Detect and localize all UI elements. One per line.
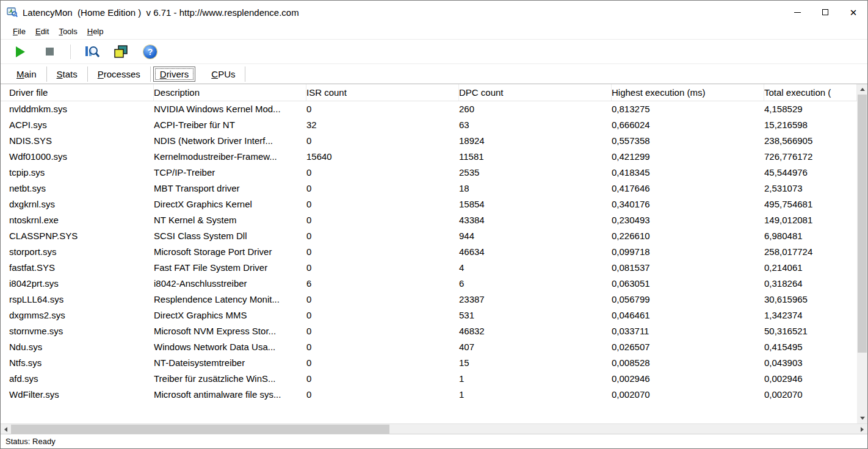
stop-icon [46, 48, 54, 56]
cell-description: NT-Dateisystemtreiber [154, 355, 306, 371]
maximize-button[interactable] [811, 1, 839, 24]
help-button[interactable]: ? [142, 43, 159, 60]
cell-dpc-count: 15 [459, 355, 612, 371]
cell-driver-file: Ndu.sys [1, 339, 154, 355]
cell-isr-count: 6 [306, 276, 459, 292]
table-row[interactable]: WdFilter.sysMicrosoft antimalware file s… [1, 387, 857, 403]
cell-description: Resplendence Latency Monit... [154, 292, 306, 307]
cell-description: Windows Network Data Usa... [154, 339, 306, 355]
close-icon: ✕ [850, 8, 858, 17]
menu-item-file[interactable]: File [8, 25, 31, 38]
table-row[interactable]: ntoskrnl.exeNT Kernel & System0433840,23… [1, 212, 857, 228]
scroll-down-button[interactable] [857, 413, 867, 423]
arrow-right-icon [861, 427, 864, 432]
cell-total-execution: 6,980481 [764, 228, 857, 244]
windows-button[interactable] [112, 43, 129, 60]
table-row[interactable]: tcpip.sysTCP/IP-Treiber025350,41834545,5… [1, 165, 857, 181]
cell-highest-execution: 0,557358 [612, 133, 764, 149]
table-row[interactable]: Ntfs.sysNT-Dateisystemtreiber0150,008528… [1, 355, 857, 371]
cell-highest-execution: 0,026507 [612, 339, 764, 355]
cell-dpc-count: 15854 [459, 196, 612, 212]
cell-isr-count: 32 [306, 117, 459, 133]
cell-description: i8042-Anschlusstreiber [154, 276, 306, 292]
close-button[interactable]: ✕ [839, 1, 867, 24]
cell-highest-execution: 0,421299 [612, 149, 764, 165]
column-header-driver-file[interactable]: Driver file [1, 84, 154, 101]
toolbar: ? [1, 40, 867, 64]
cell-description: Microsoft antimalware file sys... [154, 387, 306, 403]
cell-description: NT Kernel & System [154, 212, 306, 228]
start-monitor-button[interactable] [12, 43, 29, 60]
scroll-up-button[interactable] [857, 84, 867, 95]
table-row[interactable]: Wdf01000.sysKernelmodustreiber-Framew...… [1, 149, 857, 165]
cell-isr-count: 0 [306, 260, 459, 276]
cell-total-execution: 0,415495 [764, 339, 857, 355]
cell-dpc-count: 18 [459, 181, 612, 196]
tab-stats[interactable]: Stats [47, 66, 88, 82]
cell-dpc-count: 407 [459, 339, 612, 355]
cell-highest-execution: 0,056799 [612, 292, 764, 307]
table-row[interactable]: NDIS.SYSNDIS (Network Driver Interf...01… [1, 133, 857, 149]
table-row[interactable]: netbt.sysMBT Transport driver0180,417646… [1, 181, 857, 196]
cell-dpc-count: 4 [459, 260, 612, 276]
cell-total-execution: 0,002946 [764, 371, 857, 387]
table-row[interactable]: rspLLL64.sysResplendence Latency Monit..… [1, 292, 857, 307]
column-header-isr-count[interactable]: ISR count [306, 84, 459, 101]
cell-dpc-count: 2535 [459, 165, 612, 181]
table-row[interactable]: dxgkrnl.sysDirectX Graphics Kernel015854… [1, 196, 857, 212]
stop-monitor-button[interactable] [41, 43, 58, 60]
cell-description: TCP/IP-Treiber [154, 165, 306, 181]
scroll-left-button[interactable] [1, 424, 11, 434]
cell-highest-execution: 0,002070 [612, 387, 764, 403]
driver-table-body: nvlddmkm.sysNVIDIA Windows Kernel Mod...… [1, 101, 857, 403]
arrow-up-icon [860, 88, 865, 91]
cell-driver-file: rspLLL64.sys [1, 292, 154, 307]
analyzer-button[interactable] [83, 43, 100, 60]
toolbar-separator [70, 45, 71, 59]
cell-isr-count: 0 [306, 371, 459, 387]
table-row[interactable]: dxgmms2.sysDirectX Graphics MMS05310,046… [1, 307, 857, 323]
column-header-total-execution[interactable]: Total execution ( [764, 84, 857, 101]
menu-item-help[interactable]: Help [82, 25, 109, 38]
table-row[interactable]: Ndu.sysWindows Network Data Usa...04070,… [1, 339, 857, 355]
table-row[interactable]: storport.sysMicrosoft Storage Port Drive… [1, 244, 857, 260]
column-header-description[interactable]: Description [154, 84, 306, 101]
vertical-scrollbar-thumb[interactable] [858, 95, 867, 353]
table-row[interactable]: fastfat.SYSFast FAT File System Driver04… [1, 260, 857, 276]
table-row[interactable]: nvlddmkm.sysNVIDIA Windows Kernel Mod...… [1, 101, 857, 117]
table-row[interactable]: CLASSPNP.SYSSCSI Class System Dll09440,2… [1, 228, 857, 244]
tab-drivers[interactable]: Drivers [153, 66, 196, 82]
cell-description: Microsoft Storage Port Driver [154, 244, 306, 260]
column-header-highest-execution[interactable]: Highest execution (ms) [612, 84, 764, 101]
vertical-scrollbar[interactable] [857, 84, 867, 423]
minimize-button[interactable] [783, 1, 811, 24]
column-header-dpc-count[interactable]: DPC count [459, 84, 612, 101]
scroll-right-button[interactable] [857, 424, 867, 434]
table-row[interactable]: ACPI.sysACPI-Treiber für NT32630,6660241… [1, 117, 857, 133]
tab-main[interactable]: Main [7, 66, 47, 82]
table-row[interactable]: afd.sysTreiber für zusätzliche WinS...01… [1, 371, 857, 387]
cell-dpc-count: 260 [459, 101, 612, 117]
tab-cpus[interactable]: CPUs [201, 66, 245, 82]
menu-item-tools[interactable]: Tools [54, 25, 82, 38]
cell-description: NVIDIA Windows Kernel Mod... [154, 101, 306, 117]
menu-item-edit[interactable]: Edit [31, 25, 54, 38]
title-bar: LatencyMon (Home Edition ) v 6.71 - http… [1, 1, 867, 24]
cell-description: DirectX Graphics MMS [154, 307, 306, 323]
cell-total-execution: 0,318264 [764, 276, 857, 292]
cell-dpc-count: 18924 [459, 133, 612, 149]
cell-dpc-count: 46832 [459, 323, 612, 339]
cell-isr-count: 0 [306, 165, 459, 181]
horizontal-scrollbar[interactable] [1, 423, 867, 434]
tab-processes[interactable]: Processes [88, 66, 151, 82]
table-row[interactable]: i8042prt.sysi8042-Anschlusstreiber660,06… [1, 276, 857, 292]
driver-table: Driver file Description ISR count DPC co… [1, 84, 857, 423]
minimize-icon [794, 12, 801, 13]
cell-dpc-count: 6 [459, 276, 612, 292]
cell-highest-execution: 0,002946 [612, 371, 764, 387]
cell-dpc-count: 1 [459, 387, 612, 403]
horizontal-scrollbar-thumb[interactable] [11, 425, 389, 434]
table-row[interactable]: stornvme.sysMicrosoft NVM Express Stor..… [1, 323, 857, 339]
cell-driver-file: netbt.sys [1, 181, 154, 196]
cell-description: ACPI-Treiber für NT [154, 117, 306, 133]
